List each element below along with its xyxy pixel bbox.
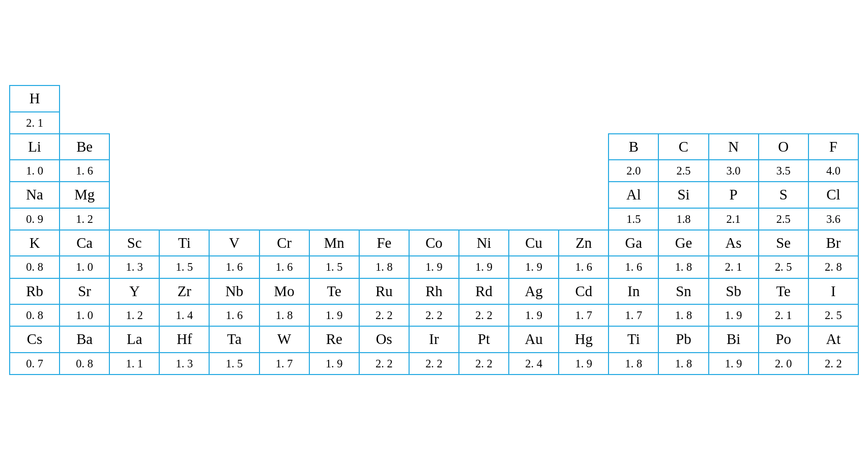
element-cell: Au [509,326,559,352]
element-cell: 1. 6 [259,256,309,278]
element-symbol: Rh [411,282,457,301]
element-symbol: Te [311,282,358,301]
element-symbol: Ru [361,282,408,301]
element-cell: 2. 0 [759,353,808,375]
element-value: 2. 4 [510,356,557,371]
element-symbol: Na [11,185,58,204]
element-cell: Te [309,278,359,304]
element-value: 1. 9 [710,356,757,371]
element-value: 4.0 [810,163,857,178]
element-cell: S [759,182,808,208]
element-symbol: Ti [610,330,657,349]
element-cell: 3.5 [759,160,808,182]
element-symbol: K [11,234,58,252]
element-cell: 1. 9 [459,256,509,278]
element-symbol: Hf [161,330,208,349]
element-cell: Zr [159,278,209,304]
element-symbol: Cs [11,330,58,349]
element-value: 2. 2 [411,356,457,371]
element-value: 1. 0 [61,308,108,323]
element-cell: 2. 2 [808,353,858,375]
element-cell: K [10,230,60,256]
element-symbol: Cd [560,282,607,301]
element-value: 2. 2 [810,356,857,371]
element-cell: 4.0 [808,160,858,182]
element-cell: C [658,134,708,160]
element-cell: Y [109,278,159,304]
element-symbol: Fe [361,234,408,252]
element-cell: 1. 7 [559,304,609,326]
element-cell: As [709,230,759,256]
element-value: 0. 9 [11,212,58,226]
element-value: 1. 8 [660,260,707,274]
element-cell: 1. 5 [309,256,359,278]
element-symbol: W [261,330,308,349]
element-symbol: Sb [710,282,757,301]
element-cell: 1. 2 [109,304,159,326]
element-cell: Hg [559,326,609,352]
element-cell: Cu [509,230,559,256]
element-cell: 1. 9 [709,353,759,375]
element-value: 0. 8 [11,260,58,274]
element-value: 1. 9 [510,260,557,274]
element-value: 2. 5 [760,260,807,274]
element-symbol: Rb [11,282,58,301]
element-cell: Na [10,182,60,208]
element-symbol: Zr [161,282,208,301]
element-value: 1. 8 [261,308,308,323]
element-value: 2.5 [660,163,707,178]
element-cell: Li [10,134,60,160]
element-value: 1. 9 [560,356,607,371]
element-value: 2.1 [710,212,757,226]
element-symbol: N [710,137,757,156]
element-cell: Rd [459,278,509,304]
element-symbol: Mg [61,185,108,204]
element-value: 0. 7 [11,356,58,371]
element-cell: 1. 8 [259,304,309,326]
element-symbol: Ti [161,234,208,252]
element-cell: 2.5 [759,208,808,230]
element-cell: 2.1 [709,208,759,230]
element-cell: 1. 2 [60,208,109,230]
element-symbol: Os [361,330,408,349]
element-symbol: Nb [211,282,257,301]
element-cell: 2. 2 [459,304,509,326]
element-cell: Co [409,230,459,256]
element-value: 1. 6 [211,308,257,323]
element-cell: 1. 9 [509,304,559,326]
element-cell: Al [609,182,658,208]
element-symbol: Br [810,234,857,252]
element-symbol: Pt [460,330,507,349]
element-value: 1. 7 [560,308,607,323]
element-cell: 2. 5 [759,256,808,278]
element-symbol: I [810,282,857,301]
element-value: 1. 5 [311,260,358,274]
element-value: 2. 1 [710,260,757,274]
element-cell: 1. 0 [10,160,60,182]
element-cell: 0. 7 [10,353,60,375]
element-cell: Ag [509,278,559,304]
element-cell: O [759,134,808,160]
element-value: 0. 8 [61,356,108,371]
element-cell: 1. 8 [658,353,708,375]
element-cell: 1. 6 [209,304,259,326]
element-value: 1. 1 [111,356,158,371]
element-value: 1. 9 [460,260,507,274]
element-symbol: Se [760,234,807,252]
element-cell: Ru [359,278,409,304]
element-cell: Pt [459,326,509,352]
element-cell: 1. 8 [658,256,708,278]
element-cell: Mg [60,182,109,208]
empty-cell [109,208,609,230]
element-cell: Sn [658,278,708,304]
element-cell: 1. 8 [359,256,409,278]
element-cell: Re [309,326,359,352]
element-cell: 2. 4 [509,353,559,375]
element-value: 1. 0 [11,163,58,178]
element-value: 3.6 [810,212,857,226]
empty-cell [109,134,609,160]
element-value: 1. 2 [61,212,108,226]
element-cell: Ti [609,326,658,352]
element-cell: Ge [658,230,708,256]
element-symbol: Rd [460,282,507,301]
